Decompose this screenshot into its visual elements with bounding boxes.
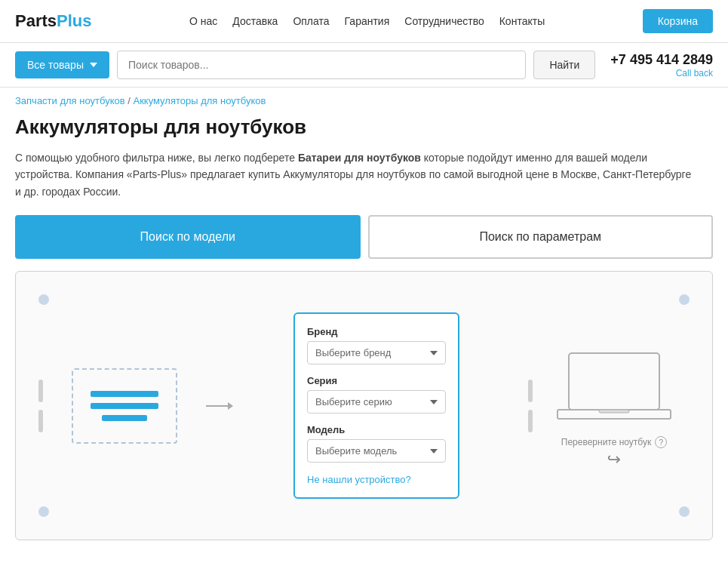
series-select[interactable]: Выберите серию (307, 390, 446, 414)
search-bar: Все товары Найти +7 495 414 2849 Call ba… (0, 43, 728, 88)
dots-top (38, 294, 690, 305)
header: Parts Plus О нас Доставка Оплата Гаранти… (0, 0, 728, 43)
dot-top-right (679, 294, 690, 305)
logo-plus: Plus (57, 11, 91, 31)
laptop-sketch-left (49, 368, 200, 444)
side-line-1 (38, 380, 43, 402)
laptop-line-1 (91, 391, 158, 397)
dot-bottom-left (38, 506, 49, 517)
page-title: Аккумуляторы для ноутбуков (15, 115, 713, 139)
nav-item-delivery[interactable]: Доставка (232, 15, 278, 27)
laptop-caption-text: Переверните ноутбук (561, 437, 651, 447)
chevron-down-icon (90, 63, 97, 67)
model-form: Бренд Выберите бренд Серия Выберите сери… (293, 312, 459, 499)
series-group: Серия Выберите серию (307, 375, 446, 414)
arrow-pointer (206, 405, 229, 407)
brand-group: Бренд Выберите бренд (307, 326, 446, 364)
not-found-link[interactable]: Не нашли устройство? (307, 474, 411, 485)
breadcrumb: Запчасти для ноутбуков / Аккумуляторы дл… (15, 95, 713, 106)
side-line-2 (38, 410, 43, 432)
brand-select[interactable]: Выберите бренд (307, 341, 446, 364)
tab-by-model[interactable]: Поиск по модели (15, 215, 361, 259)
nav-item-cooperation[interactable]: Сотрудничество (404, 15, 484, 27)
nav-item-about[interactable]: О нас (189, 15, 217, 27)
svg-rect-2 (599, 410, 629, 413)
series-label: Серия (307, 375, 446, 386)
nav-item-warranty[interactable]: Гарантия (345, 15, 390, 27)
tab-by-params[interactable]: Поиск по параметрам (368, 215, 714, 259)
left-section (38, 368, 225, 444)
side-line-4 (528, 410, 533, 432)
model-panel: Бренд Выберите бренд Серия Выберите сери… (15, 271, 713, 540)
laptop-line-3 (102, 415, 147, 421)
main-nav: О нас Доставка Оплата Гарантия Сотруднич… (189, 15, 545, 27)
side-line-3 (528, 380, 533, 402)
cart-button[interactable]: Корзина (643, 9, 713, 33)
brand-label: Бренд (307, 326, 446, 337)
search-input[interactable] (117, 51, 526, 79)
page-description: С помощью удобного фильтра ниже, вы легк… (15, 149, 694, 200)
left-side-lines (38, 380, 43, 432)
phone-number: +7 495 414 2849 (610, 52, 713, 67)
breadcrumb-current[interactable]: Аккумуляторы для ноутбуков (133, 95, 266, 106)
laptop-dashed-box (72, 368, 177, 444)
model-label: Модель (307, 424, 446, 435)
laptop-right: Переверните ноутбук ? ↩ (539, 342, 690, 469)
all-products-button[interactable]: Все товары (15, 51, 109, 78)
phone-block: +7 495 414 2849 Call back (610, 52, 713, 78)
laptop-illustration (554, 349, 674, 432)
right-side-lines (528, 380, 533, 432)
laptop-line-2 (91, 403, 158, 409)
model-group: Модель Выберите модель (307, 424, 446, 463)
question-mark-icon[interactable]: ? (655, 436, 667, 448)
nav-item-payment[interactable]: Оплата (293, 15, 329, 27)
logo-parts: Parts (15, 11, 57, 31)
main-content: Запчасти для ноутбуков / Аккумуляторы дл… (0, 88, 728, 555)
nav-item-contacts[interactable]: Контакты (499, 15, 545, 27)
all-products-label: Все товары (27, 59, 84, 71)
call-back-link[interactable]: Call back (610, 68, 713, 78)
right-section: Переверните ноутбук ? ↩ (528, 342, 690, 469)
dot-bottom-right (679, 506, 690, 517)
laptop-caption-row: Переверните ноутбук ? (561, 436, 667, 448)
logo[interactable]: Parts Plus (15, 11, 92, 31)
curved-arrow-icon: ↩ (607, 450, 621, 469)
model-select[interactable]: Выберите модель (307, 439, 446, 463)
model-panel-inner: Бренд Выберите бренд Серия Выберите сери… (38, 312, 690, 499)
dot-top-left (38, 294, 49, 305)
dots-bottom (38, 506, 690, 517)
breadcrumb-parts[interactable]: Запчасти для ноутбуков (15, 95, 125, 106)
search-button[interactable]: Найти (533, 51, 595, 79)
tab-buttons: Поиск по модели Поиск по параметрам (15, 215, 713, 259)
svg-rect-0 (569, 353, 659, 410)
